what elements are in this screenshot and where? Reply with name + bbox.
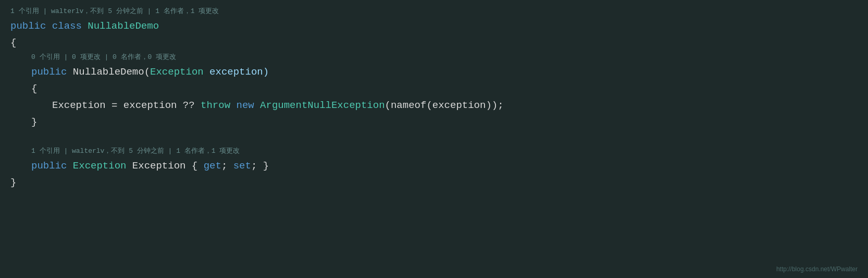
code-token: throw bbox=[201, 97, 230, 114]
code-token: public bbox=[31, 64, 67, 80]
code-token: class bbox=[52, 18, 82, 34]
code-line: } bbox=[0, 114, 868, 130]
code-token: get bbox=[204, 158, 221, 174]
code-token bbox=[254, 97, 260, 114]
code-token: Exception bbox=[73, 158, 127, 174]
code-line: { bbox=[0, 80, 868, 97]
code-token: ArgumentNullException bbox=[260, 97, 385, 114]
code-token: NullableDemo bbox=[82, 18, 159, 34]
code-token: } bbox=[10, 174, 16, 191]
code-token: { bbox=[10, 34, 16, 51]
code-token: public bbox=[31, 158, 67, 174]
meta-line: 1 个引用 | walterlv，不到 5 分钟之前 | 1 名作者，1 项更改 bbox=[0, 145, 868, 158]
code-token bbox=[67, 158, 72, 174]
code-token: new bbox=[236, 97, 254, 114]
code-token: (exception)); bbox=[426, 97, 503, 114]
code-token: nameof bbox=[391, 97, 426, 114]
code-token: exception) bbox=[204, 64, 269, 80]
code-line: public class NullableDemo bbox=[0, 18, 868, 34]
code-token: NullableDemo( bbox=[67, 64, 150, 80]
code-token: ; } bbox=[251, 158, 269, 174]
code-token bbox=[46, 18, 52, 34]
code-editor: 1 个引用 | walterlv，不到 5 分钟之前 | 1 名作者，1 项更改… bbox=[0, 0, 868, 278]
code-token: Exception bbox=[52, 97, 106, 114]
code-token: } bbox=[31, 114, 37, 130]
code-token bbox=[230, 97, 236, 114]
meta-line: 1 个引用 | walterlv，不到 5 分钟之前 | 1 名作者，1 项更改 bbox=[0, 5, 868, 18]
code-line: { bbox=[0, 34, 868, 51]
code-line: public Exception Exception { get; set; } bbox=[0, 158, 868, 174]
code-token: set bbox=[233, 158, 251, 174]
watermark: http://blog.csdn.net/WPwalter bbox=[776, 265, 858, 273]
code-line: Exception = exception ?? throw new Argum… bbox=[0, 97, 868, 114]
code-token: ( bbox=[385, 97, 391, 114]
code-token: public bbox=[10, 18, 46, 34]
code-line: public NullableDemo(Exception exception) bbox=[0, 64, 868, 80]
code-token: Exception { bbox=[126, 158, 203, 174]
code-token: Exception bbox=[150, 64, 204, 80]
code-line: } bbox=[0, 174, 868, 191]
code-token: = exception ?? bbox=[106, 97, 201, 114]
meta-line: 0 个引用 | 0 项更改 | 0 名作者，0 项更改 bbox=[0, 51, 868, 64]
code-token: ; bbox=[221, 158, 233, 174]
code-token: { bbox=[31, 80, 37, 97]
